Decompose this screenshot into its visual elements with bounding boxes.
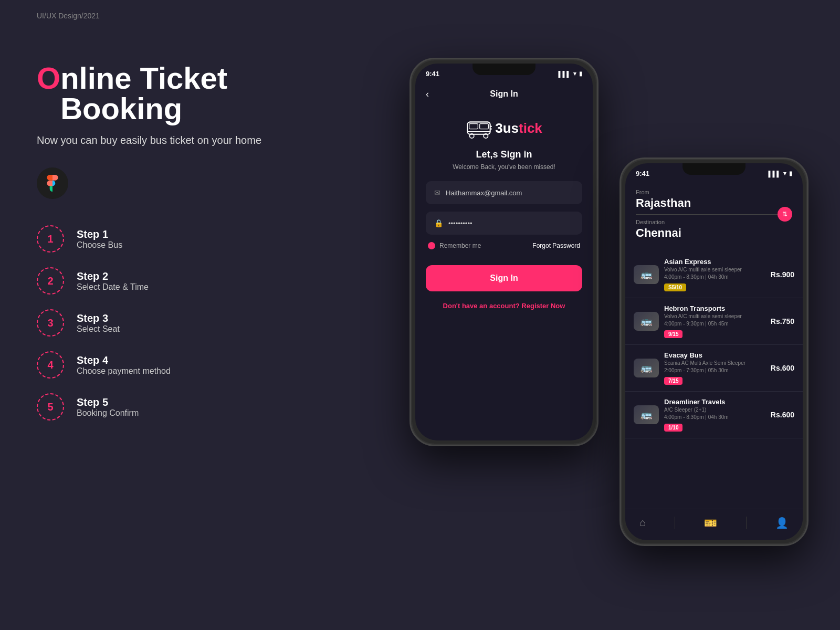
svg-rect-1 — [469, 124, 478, 129]
bus-type-1: Volvo A/C multi axle semi sleeper — [664, 267, 765, 272]
signin-screen-title: Sign In — [490, 89, 518, 99]
logo-text: 3ustick — [495, 120, 542, 136]
home-nav-icon[interactable]: ⌂ — [639, 517, 646, 529]
bus-image-2: 🚌 — [634, 312, 659, 331]
signal-icon-2: ▌▌▌ — [769, 171, 781, 177]
signin-welcome: Let,s Sign in Welcome Back, you've been … — [415, 144, 593, 181]
phone1-notch — [472, 64, 536, 75]
bus-logo: 3ustick — [466, 118, 542, 139]
step-text-2: Step 2 Select Date & Time — [77, 270, 149, 292]
from-label: From — [636, 189, 792, 195]
seat-badge-2: 9/15 — [664, 330, 682, 338]
nav-divider-1 — [675, 517, 675, 529]
swap-button[interactable]: ⇅ — [778, 207, 792, 222]
bus-type-4: A/C Sleeper (2+1) — [664, 407, 765, 413]
step-circle-2: 2 — [37, 267, 64, 295]
bus-image-4: 🚌 — [634, 405, 659, 424]
title-letter-o: O — [37, 63, 60, 93]
step-circle-5: 5 — [37, 393, 64, 421]
wifi-icon-2: ▾ — [783, 170, 786, 177]
step-desc-4: Choose payment method — [77, 366, 171, 376]
bus-name-2: Hebron Transports — [664, 304, 765, 312]
step-item-2: 2 Step 2 Select Date & Time — [37, 267, 299, 295]
phones-area: 9:41 ▌▌▌ ▾ ▮ ‹ Sign In — [399, 32, 808, 598]
bus-type-2: Volvo A/C multi axle semi sleeper — [664, 313, 765, 319]
email-icon: ✉ — [434, 188, 440, 197]
email-input[interactable]: ✉ Haithammax@gmail.com — [426, 181, 582, 204]
bus-info-2: Hebron Transports Volvo A/C multi axle s… — [664, 304, 765, 338]
step-item-1: 1 Step 1 Choose Bus — [37, 225, 299, 253]
bus-card-4[interactable]: 🚌 Dreamliner Travels A/C Sleeper (2+1) 4… — [625, 392, 803, 438]
dest-city: Chennai — [636, 226, 792, 240]
password-value: •••••••••• — [448, 219, 472, 227]
phone1-time: 9:41 — [426, 70, 439, 78]
password-input[interactable]: 🔒 •••••••••• — [426, 212, 582, 235]
seat-badge-1: S5/10 — [664, 284, 686, 291]
bus-price-2: Rs.750 — [771, 317, 794, 326]
from-city: Rajasthan — [636, 196, 792, 210]
bus-info-4: Dreamliner Travels A/C Sleeper (2+1) 4:0… — [664, 398, 765, 432]
bus-time-4: 4:00pm - 8:30pm | 04h 30m — [664, 414, 765, 420]
step-title-1: Step 1 — [77, 228, 122, 240]
remember-row: Remember me Forgot Password — [426, 242, 582, 249]
phone2-screen: 9:41 ▌▌▌ ▾ ▮ From Rajasthan ⇅ Destinatio… — [625, 163, 803, 540]
lock-icon: 🔒 — [434, 219, 443, 227]
remember-left: Remember me — [428, 242, 481, 249]
steps-list: 1 Step 1 Choose Bus 2 Step 2 Select Date… — [37, 225, 299, 421]
left-section: O nline Ticket Booking Now you can buy e… — [37, 63, 299, 421]
phone2-notch — [682, 163, 746, 175]
phone2-time: 9:41 — [636, 170, 649, 177]
bus-logo-area: 3ustick — [415, 107, 593, 144]
step-title-3: Step 3 — [77, 312, 120, 324]
figma-icon — [37, 167, 68, 199]
bus-thumb-1: 🚌 — [634, 265, 659, 284]
step-text-5: Step 5 Booking Confirm — [77, 396, 139, 418]
seat-badge-4: 1/10 — [664, 424, 682, 432]
battery-icon-2: ▮ — [789, 170, 792, 177]
wifi-icon: ▾ — [573, 70, 576, 77]
bus-price-3: Rs.600 — [771, 364, 794, 372]
step-circle-4: 4 — [37, 351, 64, 379]
back-button[interactable]: ‹ — [426, 89, 429, 100]
no-account-text: Don't have an account? Register Now — [426, 302, 582, 310]
bus-time-2: 4:00pm - 9:30pm | 05h 45m — [664, 321, 765, 327]
step-text-1: Step 1 Choose Bus — [77, 228, 122, 250]
step-item-5: 5 Step 5 Booking Confirm — [37, 393, 299, 421]
battery-icon: ▮ — [579, 70, 582, 77]
step-desc-2: Select Date & Time — [77, 282, 149, 292]
step-desc-5: Booking Confirm — [77, 408, 139, 418]
signin-header: ‹ Sign In — [415, 81, 593, 107]
svg-rect-2 — [480, 124, 489, 129]
bus-card-2[interactable]: 🚌 Hebron Transports Volvo A/C multi axle… — [625, 298, 803, 345]
phone2-status-icons: ▌▌▌ ▾ ▮ — [769, 170, 792, 177]
signal-icon: ▌▌▌ — [559, 71, 571, 77]
phone1-screen: 9:41 ▌▌▌ ▾ ▮ ‹ Sign In — [415, 64, 593, 440]
step-item-3: 3 Step 3 Select Seat — [37, 309, 299, 337]
phone1-status-icons: ▌▌▌ ▾ ▮ — [559, 70, 582, 77]
register-link[interactable]: Register Now — [521, 302, 565, 310]
step-circle-3: 3 — [37, 309, 64, 337]
bus-name-3: Evacay Bus — [664, 351, 765, 359]
signin-button[interactable]: Sign In — [426, 265, 582, 291]
welcome-heading: Let,s Sign in — [426, 149, 582, 160]
watermark: UI/UX Design/2021 — [37, 12, 100, 20]
bus-price-1: Rs.900 — [771, 270, 794, 279]
step-desc-1: Choose Bus — [77, 240, 122, 250]
bus-info-1: Asian Express Volvo A/C multi axle semi … — [664, 258, 765, 291]
profile-nav-icon[interactable]: 👤 — [775, 517, 789, 529]
bus-card-1[interactable]: 🚌 Asian Express Volvo A/C multi axle sem… — [625, 251, 803, 298]
step-title-2: Step 2 — [77, 270, 149, 282]
bus-thumb-3: 🚌 — [634, 359, 659, 377]
bus-thumb-2: 🚌 — [634, 312, 659, 331]
bottom-nav: ⌂ 🎫 👤 — [625, 509, 803, 540]
bus-name-4: Dreamliner Travels — [664, 398, 765, 406]
bus-card-3[interactable]: 🚌 Evacay Bus Scania AC Multi Axle Semi S… — [625, 345, 803, 392]
step-title-4: Step 4 — [77, 354, 171, 366]
signin-form: ✉ Haithammax@gmail.com 🔒 •••••••••• Reme… — [415, 181, 593, 310]
bus-time-3: 2:00pm - 7:30pm | 05h 30m — [664, 368, 765, 373]
remember-checkbox[interactable] — [428, 242, 435, 249]
forgot-password-link[interactable]: Forgot Password — [532, 242, 580, 249]
bus-list: 🚌 Asian Express Volvo A/C multi axle sem… — [625, 246, 803, 497]
main-title: O nline Ticket Booking — [37, 63, 299, 124]
ticket-nav-icon[interactable]: 🎫 — [704, 517, 717, 529]
